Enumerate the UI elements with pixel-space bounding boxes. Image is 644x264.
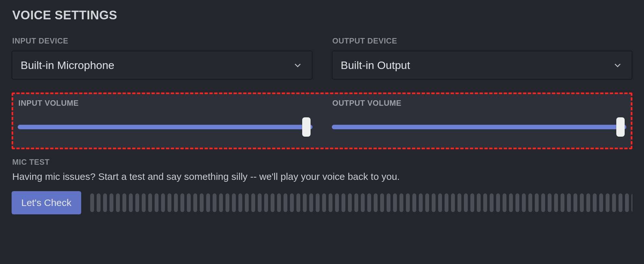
meter-segment xyxy=(445,193,448,212)
meter-segment xyxy=(316,193,320,212)
meter-segment xyxy=(155,193,159,212)
meter-segment xyxy=(122,193,126,212)
meter-segment xyxy=(412,193,416,212)
meter-segment xyxy=(387,193,390,212)
meter-segment xyxy=(374,193,378,212)
meter-segment xyxy=(380,193,384,212)
output-volume-label: OUTPUT VOLUME xyxy=(332,99,627,108)
meter-segment xyxy=(354,193,358,212)
meter-segment xyxy=(148,193,152,212)
meter-segment xyxy=(490,193,494,212)
meter-segment xyxy=(187,193,191,212)
meter-segment xyxy=(174,193,178,212)
meter-segment xyxy=(161,193,165,212)
meter-segment xyxy=(593,193,597,212)
chevron-down-icon xyxy=(293,61,302,70)
slider-thumb[interactable] xyxy=(302,117,311,137)
input-volume-col: INPUT VOLUME xyxy=(18,99,312,133)
meter-segment xyxy=(135,193,139,212)
meter-segment xyxy=(554,193,558,212)
mic-test-label: MIC TEST xyxy=(12,158,632,167)
meter-segment xyxy=(483,193,487,212)
mic-test-description: Having mic issues? Start a test and say … xyxy=(12,171,632,182)
meter-segment xyxy=(264,193,268,212)
meter-segment xyxy=(457,193,461,212)
meter-segment xyxy=(213,193,216,212)
output-volume-slider[interactable] xyxy=(332,121,627,133)
meter-segment xyxy=(477,193,481,212)
slider-track xyxy=(18,125,312,129)
meter-segment xyxy=(168,193,171,212)
meter-segment xyxy=(258,193,262,212)
voice-settings-panel: VOICE SETTINGS INPUT DEVICE Built-in Mic… xyxy=(0,0,644,224)
meter-segment xyxy=(393,193,397,212)
meter-segment xyxy=(515,193,519,212)
meter-segment xyxy=(335,193,339,212)
meter-segment xyxy=(129,193,133,212)
meter-segment xyxy=(425,193,429,212)
input-device-label: INPUT DEVICE xyxy=(12,36,312,45)
output-device-dropdown[interactable]: Built-in Output xyxy=(332,51,633,80)
meter-segment xyxy=(238,193,242,212)
meter-segment xyxy=(451,193,455,212)
volume-row: INPUT VOLUME OUTPUT VOLUME xyxy=(18,99,626,133)
meter-segment xyxy=(341,193,345,212)
input-device-dropdown[interactable]: Built-in Microphone xyxy=(12,51,312,80)
meter-segment xyxy=(277,193,281,212)
meter-segment xyxy=(399,193,403,212)
meter-segment xyxy=(322,193,326,212)
meter-segment xyxy=(226,193,229,212)
input-device-selected: Built-in Microphone xyxy=(21,59,114,72)
meter-segment xyxy=(271,193,274,212)
slider-thumb[interactable] xyxy=(616,117,625,137)
mic-test-row: Let's Check xyxy=(12,191,632,214)
meter-segment xyxy=(97,193,101,212)
meter-segment xyxy=(284,193,287,212)
meter-segment xyxy=(561,193,564,212)
device-row: INPUT DEVICE Built-in Microphone OUTPUT … xyxy=(12,36,632,80)
meter-segment xyxy=(503,193,506,212)
meter-segment xyxy=(541,193,545,212)
meter-segment xyxy=(206,193,210,212)
input-volume-slider[interactable] xyxy=(18,121,312,133)
meter-segment xyxy=(245,193,249,212)
meter-segment xyxy=(432,193,436,212)
meter-segment xyxy=(296,193,300,212)
meter-segment xyxy=(548,193,552,212)
slider-track xyxy=(332,125,627,129)
output-device-label: OUTPUT DEVICE xyxy=(332,36,633,45)
meter-segment xyxy=(303,193,307,212)
meter-segment xyxy=(631,193,632,212)
meter-segment xyxy=(232,193,236,212)
meter-segment xyxy=(103,193,107,212)
meter-segment xyxy=(193,193,197,212)
lets-check-button[interactable]: Let's Check xyxy=(12,191,81,214)
meter-segment xyxy=(180,193,184,212)
meter-segment xyxy=(528,193,532,212)
meter-segment xyxy=(116,193,120,212)
mic-test-section: MIC TEST Having mic issues? Start a test… xyxy=(12,158,632,214)
output-device-selected: Built-in Output xyxy=(341,59,410,72)
meter-segment xyxy=(573,193,577,212)
meter-segment xyxy=(348,193,352,212)
meter-segment xyxy=(309,193,313,212)
meter-segment xyxy=(219,193,223,212)
meter-segment xyxy=(522,193,526,212)
meter-segment xyxy=(438,193,442,212)
meter-segment xyxy=(464,193,468,212)
meter-segment xyxy=(367,193,371,212)
page-title: VOICE SETTINGS xyxy=(12,8,632,22)
mic-level-meter xyxy=(90,191,632,214)
meter-segment xyxy=(329,193,332,212)
chevron-down-icon xyxy=(613,61,622,70)
meter-segment xyxy=(567,193,571,212)
input-device-col: INPUT DEVICE Built-in Microphone xyxy=(12,36,312,80)
meter-segment xyxy=(509,193,513,212)
input-volume-label: INPUT VOLUME xyxy=(18,99,312,108)
meter-segment xyxy=(586,193,590,212)
meter-segment xyxy=(290,193,294,212)
meter-segment xyxy=(470,193,474,212)
meter-segment xyxy=(200,193,204,212)
meter-segment xyxy=(361,193,365,212)
meter-segment xyxy=(406,193,410,212)
